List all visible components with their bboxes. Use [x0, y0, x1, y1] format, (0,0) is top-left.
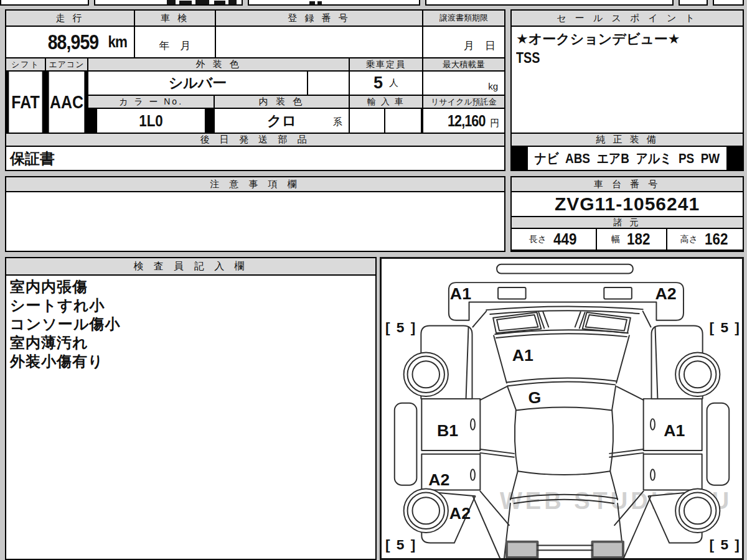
chassis-no: ZVG11-1056241	[512, 192, 743, 216]
wheel-rear-right	[675, 489, 720, 533]
registration-header: 登 録 番 号	[216, 11, 422, 26]
sales-point-line1: ★オークションデビュー★	[516, 30, 738, 49]
cowl	[507, 386, 616, 409]
roof	[515, 408, 613, 475]
interior-color-suffix: 系	[333, 116, 342, 128]
exterior-color-sub-cell	[308, 72, 349, 95]
recycle-value: 12,160	[447, 112, 485, 130]
imported-cell-b	[385, 109, 421, 133]
damage-label-front-right: A2	[655, 284, 676, 303]
inspector-line: 室内内張傷	[10, 278, 372, 296]
tire-tread-rear-right: [ 5 ]	[710, 537, 741, 553]
interior-color-cell: クロ 系	[215, 109, 349, 133]
spec-width-cell: 幅 182	[597, 229, 666, 250]
headlight-right	[604, 287, 632, 299]
sales-point-line2: TSS	[516, 49, 707, 67]
interior-color-header: 内 装 色	[215, 96, 349, 108]
shift-value: FAT	[9, 72, 42, 133]
imported-cell-a	[350, 109, 384, 133]
later-parts-value: 保証書	[6, 147, 504, 170]
equipment-value: ナビ ABS エアB アルミ PS PW	[528, 147, 726, 170]
headlight-left	[498, 287, 526, 299]
door-handle-icon	[651, 469, 655, 480]
color-no-header: カ ラ ー No.	[88, 96, 214, 108]
cutoff-cell	[679, 0, 708, 6]
taillight-right	[592, 542, 622, 558]
damage-label-front-left: A1	[450, 284, 471, 303]
recycle-header: リサイクル預託金	[423, 96, 504, 108]
inspector-line: コンソール傷小	[10, 315, 372, 334]
spec-length-cell: 長さ 449	[512, 229, 596, 250]
sales-point-body: ★オークションデビュー★ TSS	[512, 27, 743, 133]
max-load-header: 最大積載量	[423, 58, 504, 70]
tire-tread-front-left: [ 5 ]	[385, 320, 416, 335]
cutoff-cell	[425, 0, 674, 6]
auction-sheet-page: 走 行 車 検 登 録 番 号 譲渡書類期限 88,959 km 年 月 月 日…	[0, 0, 747, 560]
cutoff-glyph-fragment	[167, 0, 176, 4]
cutoff-glyph-fragment	[309, 1, 315, 4]
door-handle-icon	[471, 469, 475, 480]
shift-header: シフト	[6, 58, 45, 70]
inspector-body: 室内内張傷 シートすれ小 コンソール傷小 室内薄汚れ 外装小傷有り	[6, 276, 375, 559]
damage-label-fender-rear-left: A2	[449, 505, 471, 523]
registration-cell	[216, 27, 422, 57]
capacity-value: 5	[374, 73, 383, 93]
recycle-unit: 円	[490, 118, 499, 129]
transfer-deadline-cell: 月 日	[423, 27, 504, 57]
taillight-left	[507, 542, 537, 558]
spec-height-value: 162	[705, 230, 728, 249]
cutoff-cell	[0, 0, 89, 6]
exterior-color-value: シルバー	[88, 72, 307, 95]
windshield	[472, 306, 651, 333]
inspection-header: 車 検	[135, 11, 215, 26]
rear-window	[510, 471, 618, 503]
spec-length-value: 449	[553, 230, 576, 249]
spec-width-label: 幅	[611, 234, 620, 245]
inspector-line: シートすれ小	[10, 296, 372, 315]
transfer-deadline-header: 譲渡書類期限	[423, 11, 504, 26]
capacity-header: 乗車定員	[350, 58, 422, 70]
damage-label-door-front-right: A1	[664, 422, 685, 441]
spec-length-label: 長さ	[529, 234, 547, 245]
cutoff-cell	[248, 0, 420, 6]
inspector-line: 外装小傷有り	[10, 352, 372, 371]
specs-header: 諸 元	[512, 217, 743, 228]
vehicle-info-table: 走 行 車 検 登 録 番 号 譲渡書類期限 88,959 km 年 月 月 日…	[5, 9, 505, 171]
tire-tread-front-right: [ 5 ]	[710, 320, 741, 335]
sales-point-header: セ ー ル ス ポ イ ン ト	[512, 11, 743, 26]
door-handle-icon	[471, 419, 475, 430]
mileage-value: 88,959	[48, 30, 99, 54]
cutoff-glyph-fragment	[195, 0, 209, 4]
mileage-cell: 88,959 km	[6, 27, 134, 57]
inspector-line: 室内薄汚れ	[10, 334, 372, 352]
damage-diagram-box: WEB STUDIO.RU	[380, 257, 744, 560]
interior-color-value: クロ	[267, 111, 296, 131]
spec-width-value: 182	[627, 230, 650, 249]
aircon-header: エアコン	[46, 58, 87, 70]
chassis-panel: 車 台 番 号 ZVG11-1056241 諸 元 長さ 449 幅 182 高…	[510, 176, 744, 252]
trunk-rear	[504, 503, 624, 558]
notes-header: 注 意 事 項 欄	[6, 177, 504, 191]
wheel-front-left	[404, 353, 448, 396]
mileage-unit: km	[108, 32, 128, 52]
later-parts-header: 後 日 発 送 部 品	[6, 134, 504, 146]
front-bumper	[449, 264, 684, 320]
damage-label-windshield: G	[529, 388, 542, 407]
cutoff-glyph-fragment	[228, 0, 237, 4]
spec-height-cell: 高さ 162	[667, 229, 743, 250]
spec-height-label: 高さ	[680, 234, 698, 245]
cutoff-cell	[713, 0, 744, 6]
cutoff-glyph-fragment	[214, 1, 225, 4]
mileage-header: 走 行	[6, 11, 134, 26]
inspector-box: 検 査 員 記 入 欄 室内内張傷 シートすれ小 コンソール傷小 室内薄汚れ 外…	[5, 257, 377, 560]
color-no-value: 1L0	[97, 109, 205, 133]
damage-label-door-rear-left: A2	[428, 470, 449, 489]
imported-header: 輸 入 車	[350, 96, 422, 108]
damage-label-door-front-left: B1	[437, 422, 458, 441]
door-rear-right	[644, 454, 702, 490]
wheel-front-right	[675, 353, 720, 396]
notes-body	[6, 192, 504, 251]
inspector-header: 検 査 員 記 入 欄	[6, 258, 375, 274]
capacity-unit: 人	[389, 77, 398, 89]
damage-label-hood: A1	[512, 346, 533, 365]
